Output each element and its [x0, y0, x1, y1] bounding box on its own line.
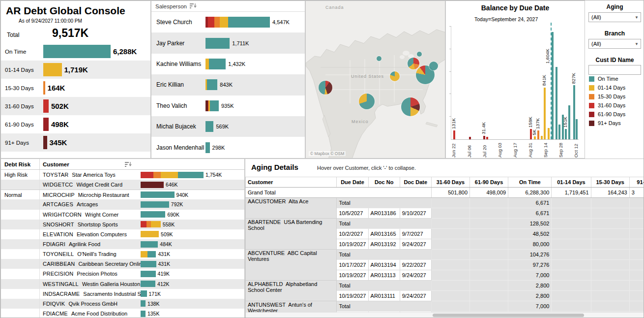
customer-total-label[interactable]: Total [337, 198, 431, 208]
due-date-cell[interactable]: 10/2/2027 [337, 229, 368, 239]
customer-debt-bar[interactable] [141, 251, 156, 257]
bucket-bar[interactable] [43, 81, 45, 95]
customer-cell[interactable]: ABARTENDE USA Bartending School [246, 219, 337, 250]
legend-item[interactable]: On Time [589, 74, 625, 83]
bucket-bar[interactable] [43, 118, 49, 131]
customer-name-cell[interactable]: MICROCHIPMicrochip Restaurant [39, 190, 141, 199]
salesperson-bar[interactable] [205, 100, 219, 111]
customer-debt-bar[interactable] [141, 281, 155, 287]
map-pie-chart[interactable] [401, 97, 420, 116]
doc-no-cell[interactable]: AR013186 [368, 208, 400, 219]
on-time-amount-cell[interactable]: 6,671 [508, 208, 552, 219]
customer-name-cell[interactable]: SNOSHORTShortstop Sports [39, 220, 141, 229]
column-header[interactable]: Doc No [368, 177, 400, 188]
empty-amount-cell[interactable] [470, 219, 508, 229]
empty-amount-cell[interactable] [431, 239, 469, 250]
on-time-amount-cell[interactable]: 7,000 [508, 270, 552, 281]
balance-bar[interactable] [565, 129, 567, 139]
empty-amount-cell[interactable] [552, 229, 591, 239]
empty-amount-cell[interactable] [591, 291, 629, 301]
salesperson-bar[interactable] [205, 121, 213, 132]
customer-name-cell[interactable]: WIDGETCCWidget Credit Card [39, 180, 141, 190]
customer-debt-bar[interactable] [141, 211, 165, 218]
customer-name-cell[interactable]: FDIACMEAcme Food Distribution [39, 309, 141, 318]
empty-amount-cell[interactable] [470, 208, 508, 219]
customer-total-on-time[interactable]: 6,671 [508, 198, 552, 208]
column-header[interactable]: 31-60 Days [431, 177, 469, 188]
grand-total-value[interactable]: 1,719,451 [552, 188, 591, 198]
column-header[interactable]: On Time [508, 177, 552, 188]
column-header[interactable]: Customer [246, 177, 337, 188]
customer-total-label[interactable]: Total [337, 281, 431, 291]
due-date-cell[interactable]: 10/19/2027 [337, 239, 368, 250]
customer-debt-bar[interactable] [141, 172, 204, 178]
salesperson-bar[interactable] [205, 17, 270, 28]
customer-name-cell[interactable]: TOYONEILLO'Neill's Trading [39, 249, 141, 259]
empty-amount-cell[interactable] [591, 281, 629, 291]
empty-amount-cell[interactable] [470, 239, 508, 250]
empty-amount-cell[interactable] [552, 239, 591, 250]
salesperson-bar[interactable] [205, 142, 210, 153]
map-pie-chart[interactable] [319, 81, 332, 95]
customer-total-on-time[interactable]: 2,800 [508, 281, 552, 291]
empty-amount-cell[interactable] [470, 301, 508, 312]
customer-name-cell[interactable]: WRIGHTCORNWright Corner [39, 210, 141, 220]
grand-total-value[interactable]: 3 [629, 188, 644, 198]
balance-bar[interactable] [548, 128, 550, 139]
empty-amount-cell[interactable] [470, 281, 508, 291]
customer-debt-bar[interactable] [141, 241, 158, 248]
customer-debt-bar[interactable] [141, 261, 156, 267]
customer-debt-bar[interactable] [141, 191, 175, 198]
empty-amount-cell[interactable] [431, 260, 469, 270]
customer-total-on-time[interactable]: 104,276 [508, 250, 552, 260]
doc-date-cell[interactable]: 9/7/2027 [400, 229, 431, 239]
salesperson-bar[interactable] [205, 38, 230, 49]
doc-date-cell[interactable]: 9/24/2027 [400, 270, 431, 281]
legend-item[interactable]: 01-14 Days [589, 83, 625, 92]
doc-date-cell[interactable]: 9/10/2027 [400, 208, 431, 219]
debt-risk-column-header[interactable]: Debt Risk [1, 161, 39, 167]
aging-filter-dropdown[interactable]: (All) ▼ [588, 12, 641, 22]
salesperson-header-label[interactable]: Salesperson [155, 3, 187, 9]
on-time-amount-cell[interactable]: 97,276 [508, 260, 552, 270]
on-time-amount-cell[interactable]: 80,000 [508, 239, 552, 250]
bucket-bar[interactable] [43, 45, 111, 58]
legend-item[interactable]: 91+ Days [589, 119, 625, 127]
empty-amount-cell[interactable] [431, 250, 469, 260]
empty-amount-cell[interactable] [552, 270, 591, 281]
empty-amount-cell[interactable] [591, 301, 629, 312]
customer-total-label[interactable]: Total [337, 301, 431, 312]
empty-amount-cell[interactable] [629, 208, 644, 219]
empty-amount-cell[interactable] [629, 219, 644, 229]
legend-item[interactable]: 31-60 Days [589, 101, 625, 110]
balance-bar[interactable] [469, 137, 471, 139]
empty-amount-cell[interactable] [552, 260, 591, 270]
map-pie-chart[interactable] [429, 62, 438, 70]
empty-amount-cell[interactable] [431, 219, 469, 229]
balance-bar[interactable] [486, 137, 488, 139]
empty-amount-cell[interactable] [629, 291, 644, 301]
empty-amount-cell[interactable] [431, 301, 469, 312]
column-header[interactable]: 91+ Days [629, 177, 644, 188]
empty-amount-cell[interactable] [552, 219, 591, 229]
map-pie-chart[interactable] [408, 58, 419, 69]
empty-amount-cell[interactable] [552, 281, 591, 291]
customer-name-cell[interactable]: CARIBBEANCaribbean Secretary Online [39, 259, 141, 269]
empty-amount-cell[interactable] [470, 260, 508, 270]
branch-filter-dropdown[interactable]: (All) ▼ [588, 39, 641, 49]
empty-amount-cell[interactable] [552, 301, 591, 312]
empty-amount-cell[interactable] [629, 301, 644, 312]
customer-cell[interactable]: AACUSTOMER Alta Ace [246, 198, 337, 219]
doc-no-cell[interactable]: AR013192 [368, 239, 400, 250]
column-header[interactable]: Doc Date [400, 177, 431, 188]
empty-amount-cell[interactable] [591, 260, 629, 270]
salesperson-bar[interactable] [205, 79, 217, 90]
empty-amount-cell[interactable] [431, 229, 469, 239]
column-header[interactable]: Due Date [337, 177, 368, 188]
customer-name-cell[interactable]: WESTINGALLWestin Galleria Houston [39, 279, 141, 289]
horizontal-scrollbar-thumb[interactable] [433, 314, 584, 317]
empty-amount-cell[interactable] [431, 198, 469, 208]
empty-amount-cell[interactable] [629, 198, 644, 208]
horizontal-scrollbar-track[interactable] [246, 312, 644, 318]
empty-amount-cell[interactable] [552, 198, 591, 208]
